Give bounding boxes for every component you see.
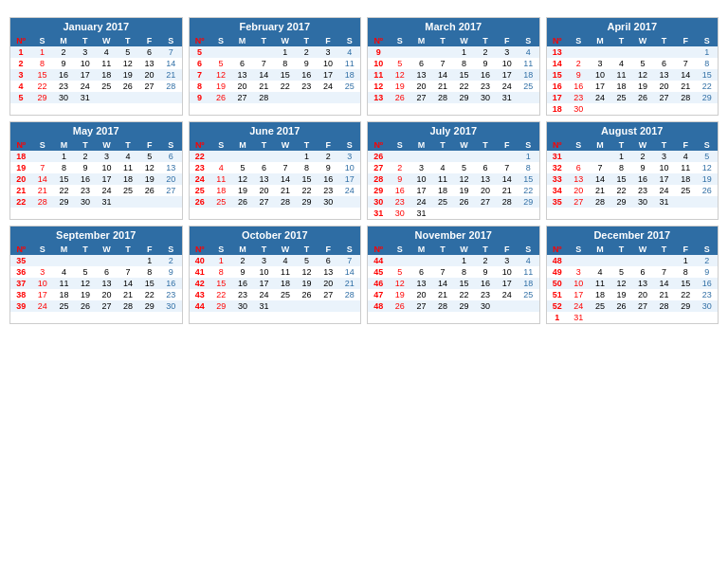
month-5: June 2017NºSMTWTFS2212323456789102411121…	[189, 121, 362, 220]
month-8: September 2017NºSMTWTFS35123634567893710…	[9, 226, 183, 324]
month-header-2: March 2017	[368, 18, 539, 35]
month-header-5: June 2017	[190, 122, 361, 139]
month-1: February 2017NºSMTWTFS512346567891011712…	[189, 17, 362, 116]
month-header-11: December 2017	[547, 227, 719, 244]
month-header-0: January 2017	[10, 18, 182, 35]
month-9: October 2017NºSMTWTFS4012345674189101112…	[189, 226, 362, 324]
month-header-1: February 2017	[190, 18, 361, 35]
month-11: December 2017NºSMTWTFS481249345678950101…	[546, 226, 719, 324]
month-6: July 2017NºSMTWTFS2612723456782891011121…	[367, 121, 540, 220]
month-header-10: November 2017	[368, 227, 539, 244]
month-header-7: August 2017	[547, 122, 719, 139]
calendar-grid: January 2017NºSMTWTFS1123456728910111213…	[9, 17, 719, 324]
month-10: November 2017NºSMTWTFS441234455678910114…	[367, 226, 540, 324]
month-header-4: May 2017	[10, 122, 182, 139]
month-3: April 2017NºSMTWTFS131142345678159101112…	[546, 17, 719, 116]
month-4: May 2017NºSMTWTFS18123456197891011121320…	[9, 121, 183, 220]
month-header-8: September 2017	[10, 227, 182, 244]
month-0: January 2017NºSMTWTFS1123456728910111213…	[9, 17, 183, 116]
month-header-9: October 2017	[190, 227, 361, 244]
month-7: August 2017NºSMTWTFS31123453267891011123…	[546, 121, 719, 220]
month-header-6: July 2017	[368, 122, 539, 139]
month-2: March 2017NºSMTWTFS912341056789101111121…	[367, 17, 540, 116]
month-header-3: April 2017	[547, 18, 719, 35]
